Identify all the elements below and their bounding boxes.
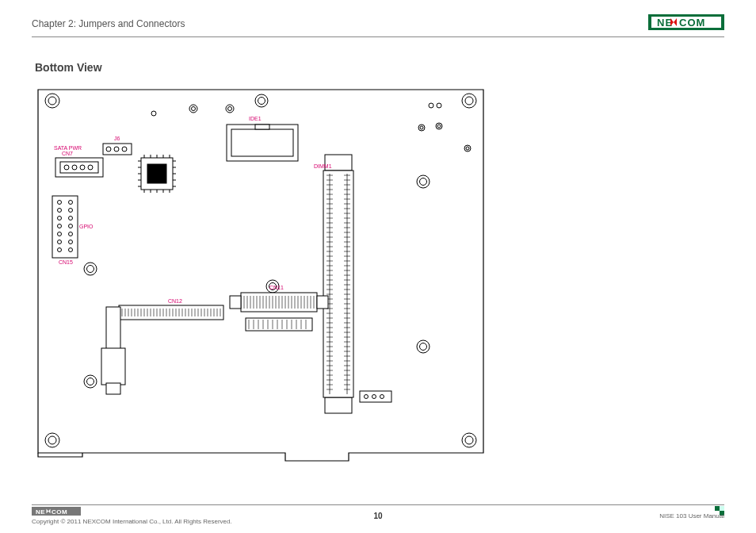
svg-rect-74 bbox=[52, 196, 78, 258]
brand-logo-footer: NE COM bbox=[32, 507, 81, 517]
svg-rect-41 bbox=[255, 125, 269, 129]
brand-logo: NE COM bbox=[648, 14, 724, 33]
svg-rect-100 bbox=[317, 296, 328, 309]
pcb-bottom-view bbox=[35, 80, 487, 462]
label-cn7: CN7 bbox=[62, 151, 73, 156]
svg-text:NE: NE bbox=[36, 508, 45, 516]
svg-point-21 bbox=[87, 266, 94, 273]
svg-point-37 bbox=[429, 103, 433, 108]
svg-point-34 bbox=[437, 125, 441, 128]
svg-rect-101 bbox=[246, 318, 312, 331]
svg-point-27 bbox=[226, 105, 234, 113]
svg-rect-105 bbox=[106, 383, 120, 394]
svg-rect-40 bbox=[231, 129, 293, 156]
page-header: Chapter 2: Jumpers and Connectors NE COM bbox=[32, 14, 724, 33]
section-title: Bottom View bbox=[35, 61, 724, 74]
svg-point-20 bbox=[84, 263, 97, 275]
svg-text:COM: COM bbox=[52, 508, 67, 516]
svg-point-10 bbox=[45, 433, 59, 447]
svg-point-31 bbox=[418, 125, 425, 131]
svg-point-35 bbox=[464, 145, 471, 151]
copyright-text: Copyright © 2011 NEXCOM International Co… bbox=[32, 518, 232, 525]
svg-point-12 bbox=[462, 433, 476, 447]
page-number: 10 bbox=[373, 512, 382, 520]
svg-point-15 bbox=[258, 98, 265, 105]
svg-point-13 bbox=[465, 436, 473, 444]
svg-rect-43 bbox=[147, 164, 166, 183]
label-j6: J6 bbox=[114, 136, 120, 141]
label-cn12: CN12 bbox=[168, 298, 182, 304]
svg-point-7 bbox=[48, 97, 56, 105]
footer-rule bbox=[32, 504, 724, 505]
svg-point-9 bbox=[465, 97, 473, 105]
header-rule bbox=[32, 36, 724, 37]
svg-rect-104 bbox=[101, 348, 125, 385]
label-cn15: CN15 bbox=[59, 259, 73, 265]
label-ide1: IDE1 bbox=[249, 116, 262, 121]
svg-point-16 bbox=[417, 175, 430, 188]
svg-rect-64 bbox=[103, 144, 132, 155]
svg-point-32 bbox=[420, 126, 423, 129]
svg-point-18 bbox=[417, 340, 430, 353]
svg-point-26 bbox=[189, 105, 197, 113]
svg-point-38 bbox=[437, 103, 441, 108]
svg-point-24 bbox=[84, 375, 97, 388]
svg-point-29 bbox=[228, 107, 232, 111]
svg-point-6 bbox=[45, 94, 59, 108]
svg-rect-99 bbox=[230, 296, 241, 309]
svg-point-25 bbox=[87, 378, 94, 385]
svg-point-30 bbox=[151, 111, 156, 116]
chapter-title: Chapter 2: Jumpers and Connectors bbox=[32, 18, 185, 29]
svg-point-33 bbox=[436, 123, 442, 129]
svg-rect-90 bbox=[325, 397, 352, 413]
manual-name: NISE 103 User Manual bbox=[659, 512, 724, 520]
svg-point-36 bbox=[466, 147, 469, 150]
svg-text:COM: COM bbox=[679, 17, 705, 29]
label-dimm1: DIMM1 bbox=[314, 163, 332, 169]
label-gpio: GPIO bbox=[79, 224, 94, 229]
label-sata-pwr: SATA PWR bbox=[54, 145, 82, 151]
page: Chapter 2: Jumpers and Connectors NE COM… bbox=[0, 0, 756, 533]
svg-rect-103 bbox=[106, 307, 120, 351]
svg-point-8 bbox=[462, 94, 476, 108]
svg-point-28 bbox=[192, 107, 196, 111]
label-cn11: CN11 bbox=[269, 285, 284, 290]
page-footer: NE COM Copyright © 2011 NEXCOM Internati… bbox=[32, 504, 724, 525]
svg-point-11 bbox=[48, 436, 56, 444]
svg-point-17 bbox=[420, 178, 427, 186]
board-diagram: IDE1 J6 SATA PWR CN7 DIMM1 GPIO CN15 CN1… bbox=[35, 80, 487, 462]
svg-rect-91 bbox=[323, 171, 353, 397]
svg-point-14 bbox=[255, 94, 268, 107]
svg-point-19 bbox=[420, 343, 427, 351]
